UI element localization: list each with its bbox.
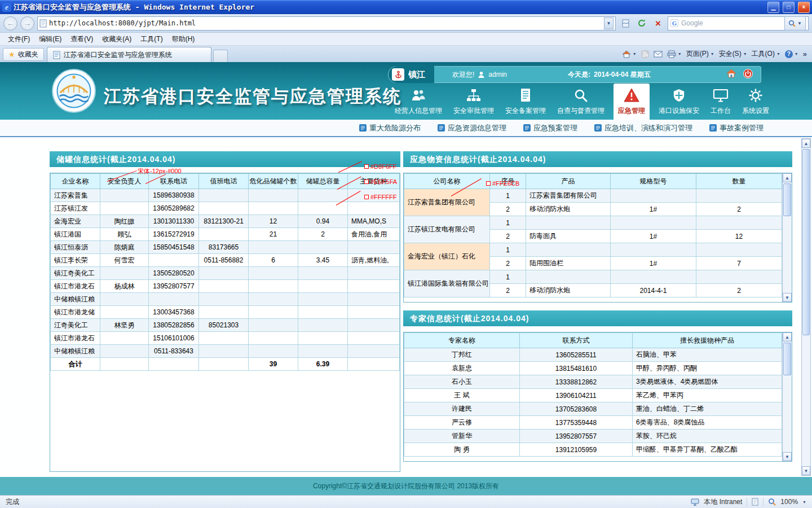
table-cell: 15850451548: [149, 241, 199, 254]
page-menu[interactable]: 页面(P) ▼: [686, 49, 714, 59]
table-row: 中储粮镇江粮: [51, 293, 400, 306]
experts-header-row: 专家名称联系方式擅长救援物种产品: [404, 333, 782, 348]
page-scrollbar[interactable]: ▲ ▼: [801, 138, 811, 476]
table-cell: 85021303: [199, 319, 249, 332]
list-icon: [359, 124, 367, 132]
nav-safety-approval[interactable]: 安全审批管理: [451, 84, 496, 120]
back-button[interactable]: ←: [3, 16, 17, 30]
url-input[interactable]: [49, 19, 602, 27]
browser-window: e 江苏省港口安全监管与应急管理系统 - Windows Internet Ex…: [0, 0, 812, 508]
table-cell: 陈炳庭: [100, 241, 149, 254]
overflow-chevron[interactable]: »: [803, 50, 807, 58]
table-cell: [696, 216, 782, 230]
scroll-down-icon[interactable]: ▼: [802, 466, 810, 475]
table-cell: 石脑油、甲苯: [633, 348, 782, 362]
table-cell: 合计: [51, 358, 100, 371]
portal-home-icon[interactable]: [726, 69, 736, 80]
list-icon: [523, 124, 531, 132]
address-field[interactable]: ▼: [37, 16, 616, 30]
app-logo: [52, 69, 96, 113]
nav-port-security[interactable]: 港口设施保安: [656, 84, 701, 120]
user-icon: [478, 71, 485, 78]
nav-workbench[interactable]: 工作台: [708, 84, 733, 120]
menu-edit[interactable]: 编辑(E): [34, 33, 66, 45]
scroll-thumb[interactable]: [783, 183, 791, 216]
search-box[interactable]: G ▼: [668, 16, 809, 30]
table-cell: 1: [490, 189, 526, 203]
tools-menu[interactable]: 工具(O) ▼: [752, 49, 780, 59]
tools-dropdown-icon: ▼: [776, 52, 780, 56]
company-cell: 金海宏业（镇江）石化: [404, 243, 490, 270]
logout-icon[interactable]: [743, 69, 753, 81]
table-cell: 石小玉: [404, 375, 520, 389]
table-cell: [696, 189, 782, 203]
scroll-down-icon[interactable]: ▼: [783, 452, 792, 461]
subnav-accident-cases[interactable]: 事故案例管理: [709, 123, 764, 133]
new-tab-stub[interactable]: [213, 50, 228, 62]
table-cell: 0511-833643: [149, 345, 199, 358]
refresh-button[interactable]: [635, 16, 648, 30]
close-button[interactable]: ×: [798, 2, 810, 13]
header-ic: [726, 69, 753, 81]
scroll-thumb[interactable]: [802, 149, 810, 335]
menu-help[interactable]: 帮助(H): [167, 33, 200, 45]
table-row: 镇江港国际集装箱有限公司1: [404, 270, 782, 284]
nav-emergency[interactable]: 应急管理: [614, 84, 650, 120]
subnav-training-drill[interactable]: 应急培训、演练和演习管理: [594, 123, 692, 133]
browser-tab[interactable]: 江苏省港口安全监管与应急管理系统: [47, 47, 211, 62]
search-input[interactable]: [681, 19, 782, 27]
menu-tools[interactable]: 工具(T): [136, 33, 167, 45]
nav-inspection[interactable]: 自查与督查管理: [555, 84, 607, 120]
url-dropdown[interactable]: ▼: [604, 17, 614, 29]
help-menu[interactable]: ? ▼: [785, 50, 798, 58]
safety-menu[interactable]: 安全(S) ▼: [719, 49, 747, 59]
nav-operator-info[interactable]: 经营人信息管理: [392, 84, 444, 120]
table-cell: 2: [298, 228, 348, 241]
subnav-resource-info[interactable]: 应急资源信息管理: [438, 123, 506, 133]
home-button[interactable]: ▼: [622, 50, 637, 58]
scroll-up-icon[interactable]: ▲: [783, 332, 792, 341]
menu-favorites[interactable]: 收藏夹(A): [98, 33, 136, 45]
table-cell: 0.94: [298, 215, 348, 228]
total-row: 合计396.39: [51, 358, 400, 371]
menu-file[interactable]: 文件(F): [3, 33, 34, 45]
table-cell: [298, 241, 348, 254]
table-cell: [100, 267, 149, 280]
tabs-bar: ★ 收藏夹 江苏省港口安全监管与应急管理系统 ▼ ▼ 页面(P): [0, 46, 812, 62]
column-header: 联系电话: [149, 174, 199, 189]
favorites-button[interactable]: ★ 收藏夹: [3, 48, 44, 61]
nav-safety-record[interactable]: 安全备案管理: [503, 84, 548, 120]
mail-button[interactable]: [654, 51, 663, 58]
supplies-table-body: 江苏索普集团有限公司1江苏索普集团有限公司2移动消防水炮1#2江苏镇江发电有限公…: [404, 189, 782, 297]
scroll-down-icon[interactable]: ▼: [783, 293, 792, 302]
document-icon: [519, 87, 532, 103]
table-cell: [249, 319, 298, 332]
table-cell: 陶 勇: [404, 443, 520, 457]
feeds-button[interactable]: [641, 50, 649, 58]
print-button[interactable]: ▼: [667, 50, 682, 58]
subnav-plan-management[interactable]: 应急预案管理: [523, 123, 577, 133]
maximize-button[interactable]: □: [783, 2, 795, 13]
zoom-level[interactable]: 100%: [780, 498, 798, 506]
google-icon: G: [670, 19, 678, 27]
table-cell: 陶红皦: [100, 215, 149, 228]
forward-button[interactable]: →: [20, 16, 34, 30]
supplies-scrollbar[interactable]: ▲ ▼: [782, 173, 792, 302]
column-header: 产品: [526, 174, 611, 189]
scroll-thumb[interactable]: [783, 343, 791, 375]
table-cell: [298, 280, 348, 293]
scroll-up-icon[interactable]: ▲: [802, 139, 810, 148]
scroll-up-icon[interactable]: ▲: [783, 173, 792, 182]
table-cell: 严云修: [404, 416, 520, 430]
experts-scrollbar[interactable]: ▲ ▼: [782, 332, 792, 461]
nav-settings[interactable]: 系统设置: [740, 84, 771, 120]
subnav-hazard-distribution[interactable]: 重大危险源分布: [359, 123, 421, 133]
search-button[interactable]: ▼: [784, 16, 806, 30]
tools-menu-label: 工具(O): [752, 49, 775, 59]
zoom-dropdown-icon[interactable]: ▼: [802, 500, 806, 504]
stop-button[interactable]: ×: [651, 16, 665, 30]
compatibility-button[interactable]: [619, 16, 632, 30]
menu-view[interactable]: 查看(V): [66, 33, 98, 45]
minimize-button[interactable]: ▁: [767, 2, 779, 13]
table-row: 管新华13952807557苯胺、环己烷: [404, 430, 782, 443]
